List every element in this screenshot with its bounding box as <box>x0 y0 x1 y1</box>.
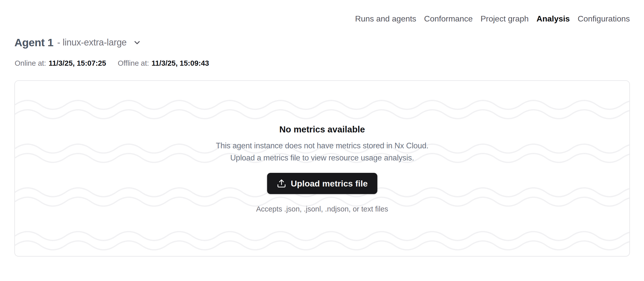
online-at-value: 11/3/25, 15:07:25 <box>49 59 106 68</box>
nav-item-project-graph[interactable]: Project graph <box>481 14 529 23</box>
offline-at-value: 11/3/25, 15:09:43 <box>152 59 209 68</box>
agent-variant-label: - linux-extra-large <box>57 37 126 48</box>
agent-analysis-page: Runs and agents Conformance Project grap… <box>0 0 644 281</box>
agent-selector[interactable]: Agent 1 - linux-extra-large <box>14 36 141 49</box>
empty-state-description-line1: This agent instance does not have metric… <box>15 140 629 152</box>
nav-item-configurations[interactable]: Configurations <box>578 14 630 23</box>
online-at-label: Online at: <box>15 59 46 68</box>
accepted-file-types-note: Accepts .json, .jsonl, .ndjson, or text … <box>15 204 629 214</box>
top-nav: Runs and agents Conformance Project grap… <box>355 14 630 23</box>
offline-at: Offline at: 11/3/25, 15:09:43 <box>118 59 209 68</box>
empty-state-description: This agent instance does not have metric… <box>15 140 629 164</box>
empty-state-description-line2: Upload a metrics file to view resource u… <box>15 152 629 164</box>
agent-status-row: Online at: 11/3/25, 15:07:25 Offline at:… <box>15 59 209 68</box>
nav-item-runs-and-agents[interactable]: Runs and agents <box>355 14 416 23</box>
upload-button-label: Upload metrics file <box>291 179 368 189</box>
page-title: Agent 1 <box>14 36 53 49</box>
upload-icon <box>276 179 286 188</box>
nav-item-conformance[interactable]: Conformance <box>424 14 473 23</box>
offline-at-label: Offline at: <box>118 59 149 68</box>
chevron-down-icon[interactable] <box>133 38 141 47</box>
wave-pattern <box>15 81 629 256</box>
empty-state-title: No metrics available <box>15 124 629 135</box>
upload-metrics-file-button[interactable]: Upload metrics file <box>267 173 377 194</box>
metrics-empty-state-card: No metrics available This agent instance… <box>14 80 630 256</box>
nav-item-analysis[interactable]: Analysis <box>536 14 570 23</box>
online-at: Online at: 11/3/25, 15:07:25 <box>15 59 106 68</box>
